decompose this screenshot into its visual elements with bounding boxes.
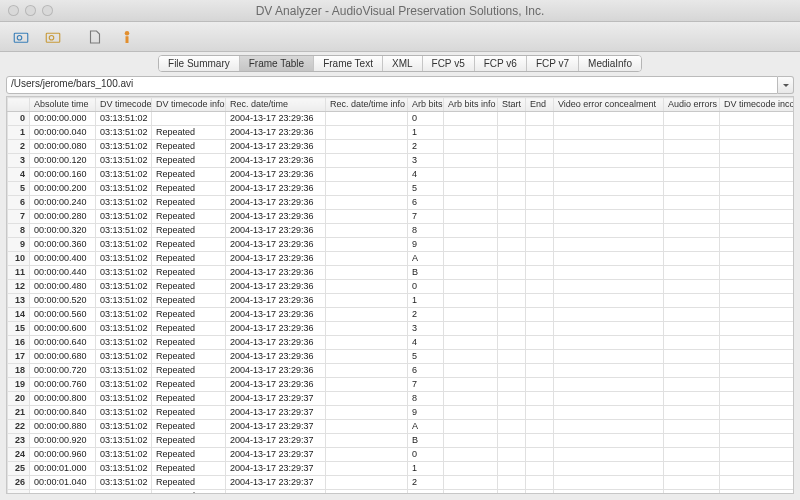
- column-header[interactable]: Absolute time: [30, 98, 96, 112]
- cell: B: [408, 266, 444, 280]
- tab-xml[interactable]: XML: [383, 56, 423, 71]
- table-row[interactable]: 2500:00:01.00003:13:51:02Repeated2004-13…: [8, 462, 795, 476]
- cell: [326, 126, 408, 140]
- cell: [720, 294, 795, 308]
- table-row[interactable]: 1400:00:00.56003:13:51:02Repeated2004-13…: [8, 308, 795, 322]
- cell: 2004-13-17 23:29:36: [226, 252, 326, 266]
- file-path-field[interactable]: /Users/jerome/bars_100.avi: [6, 76, 778, 94]
- column-header[interactable]: Video error concealment: [554, 98, 664, 112]
- column-header[interactable]: Arb bits info: [444, 98, 498, 112]
- tab-file-summary[interactable]: File Summary: [159, 56, 240, 71]
- cell: [664, 350, 720, 364]
- cell: [444, 406, 498, 420]
- table-row[interactable]: 1100:00:00.44003:13:51:02Repeated2004-13…: [8, 266, 795, 280]
- cell: [498, 168, 526, 182]
- table-row[interactable]: 2000:00:00.80003:13:51:02Repeated2004-13…: [8, 392, 795, 406]
- cell: [554, 490, 664, 495]
- cell: [326, 462, 408, 476]
- cell: [498, 252, 526, 266]
- table-row[interactable]: 000:00:00.00003:13:51:022004-13-17 23:29…: [8, 112, 795, 126]
- cell: 03:13:51:02: [96, 196, 152, 210]
- column-header[interactable]: Start: [498, 98, 526, 112]
- cell: 00:00:00.960: [30, 448, 96, 462]
- table-row[interactable]: 900:00:00.36003:13:51:02Repeated2004-13-…: [8, 238, 795, 252]
- minimize-icon[interactable]: [25, 5, 36, 16]
- table-row[interactable]: 200:00:00.08003:13:51:02Repeated2004-13-…: [8, 140, 795, 154]
- table-row[interactable]: 2100:00:00.84003:13:51:02Repeated2004-13…: [8, 406, 795, 420]
- table-row[interactable]: 2200:00:00.88003:13:51:02Repeated2004-13…: [8, 420, 795, 434]
- column-header[interactable]: End: [526, 98, 554, 112]
- cell: [720, 308, 795, 322]
- column-header[interactable]: [8, 98, 30, 112]
- table-row[interactable]: 1900:00:00.76003:13:51:02Repeated2004-13…: [8, 378, 795, 392]
- column-header[interactable]: DV timecode: [96, 98, 152, 112]
- cell: 2004-13-17 23:29:36: [226, 322, 326, 336]
- tab-fcp-v6[interactable]: FCP v6: [475, 56, 527, 71]
- table-row[interactable]: 1600:00:00.64003:13:51:02Repeated2004-13…: [8, 336, 795, 350]
- search-button[interactable]: [38, 25, 68, 49]
- tab-frame-table[interactable]: Frame Table: [240, 56, 314, 71]
- cell: 5: [408, 182, 444, 196]
- cell: [498, 196, 526, 210]
- table-row[interactable]: 1200:00:00.48003:13:51:02Repeated2004-13…: [8, 280, 795, 294]
- table-row[interactable]: 1500:00:00.60003:13:51:02Repeated2004-13…: [8, 322, 795, 336]
- export-button[interactable]: [80, 25, 110, 49]
- file-path-dropdown[interactable]: [778, 76, 794, 94]
- close-icon[interactable]: [8, 5, 19, 16]
- cell: [444, 140, 498, 154]
- tab-fcp-v5[interactable]: FCP v5: [423, 56, 475, 71]
- zoom-icon[interactable]: [42, 5, 53, 16]
- cell: [444, 462, 498, 476]
- table-row[interactable]: 1000:00:00.40003:13:51:02Repeated2004-13…: [8, 252, 795, 266]
- tab-mediainfo[interactable]: MediaInfo: [579, 56, 641, 71]
- cell: [526, 196, 554, 210]
- cell: [444, 322, 498, 336]
- tab-frame-text[interactable]: Frame Text: [314, 56, 383, 71]
- column-header[interactable]: Audio errors: [664, 98, 720, 112]
- column-header[interactable]: Rec. date/time info: [326, 98, 408, 112]
- cell: 03:13:51:02: [96, 168, 152, 182]
- column-header[interactable]: Arb bits: [408, 98, 444, 112]
- table-row[interactable]: 1800:00:00.72003:13:51:02Repeated2004-13…: [8, 364, 795, 378]
- cell: [720, 238, 795, 252]
- table-row[interactable]: 1700:00:00.68003:13:51:02Repeated2004-13…: [8, 350, 795, 364]
- table-row[interactable]: 2700:00:01.08003:13:51:02Repeated2004-13…: [8, 490, 795, 495]
- table-row[interactable]: 100:00:00.04003:13:51:02Repeated2004-13-…: [8, 126, 795, 140]
- cell: [554, 336, 664, 350]
- column-header[interactable]: DV timecode incoherency: [720, 98, 795, 112]
- cell: [554, 406, 664, 420]
- table-row[interactable]: 800:00:00.32003:13:51:02Repeated2004-13-…: [8, 224, 795, 238]
- help-button[interactable]: [112, 25, 142, 49]
- frame-table[interactable]: Absolute timeDV timecodeDV timecode info…: [6, 96, 794, 494]
- table-row[interactable]: 2400:00:00.96003:13:51:02Repeated2004-13…: [8, 448, 795, 462]
- cell: [444, 252, 498, 266]
- cell: [526, 378, 554, 392]
- cell: [664, 168, 720, 182]
- column-header[interactable]: DV timecode info: [152, 98, 226, 112]
- table-row[interactable]: 2600:00:01.04003:13:51:02Repeated2004-13…: [8, 476, 795, 490]
- cell: [326, 182, 408, 196]
- open-file-button[interactable]: [6, 25, 36, 49]
- cell: [526, 336, 554, 350]
- cell: 03:13:51:02: [96, 322, 152, 336]
- table-header-row[interactable]: Absolute timeDV timecodeDV timecode info…: [8, 98, 795, 112]
- cell: 2004-13-17 23:29:37: [226, 434, 326, 448]
- cell: [326, 336, 408, 350]
- cell: [554, 392, 664, 406]
- table-row[interactable]: 500:00:00.20003:13:51:02Repeated2004-13-…: [8, 182, 795, 196]
- cell: [498, 308, 526, 322]
- cell: [554, 462, 664, 476]
- table-row[interactable]: 2300:00:00.92003:13:51:02Repeated2004-13…: [8, 434, 795, 448]
- table-row[interactable]: 1300:00:00.52003:13:51:02Repeated2004-13…: [8, 294, 795, 308]
- column-header[interactable]: Rec. date/time: [226, 98, 326, 112]
- cell: [444, 224, 498, 238]
- cell: Repeated: [152, 294, 226, 308]
- table-row[interactable]: 600:00:00.24003:13:51:02Repeated2004-13-…: [8, 196, 795, 210]
- cell: [554, 448, 664, 462]
- cell: [326, 490, 408, 495]
- table-row[interactable]: 300:00:00.12003:13:51:02Repeated2004-13-…: [8, 154, 795, 168]
- cell: [498, 364, 526, 378]
- table-row[interactable]: 700:00:00.28003:13:51:02Repeated2004-13-…: [8, 210, 795, 224]
- table-row[interactable]: 400:00:00.16003:13:51:02Repeated2004-13-…: [8, 168, 795, 182]
- tab-fcp-v7[interactable]: FCP v7: [527, 56, 579, 71]
